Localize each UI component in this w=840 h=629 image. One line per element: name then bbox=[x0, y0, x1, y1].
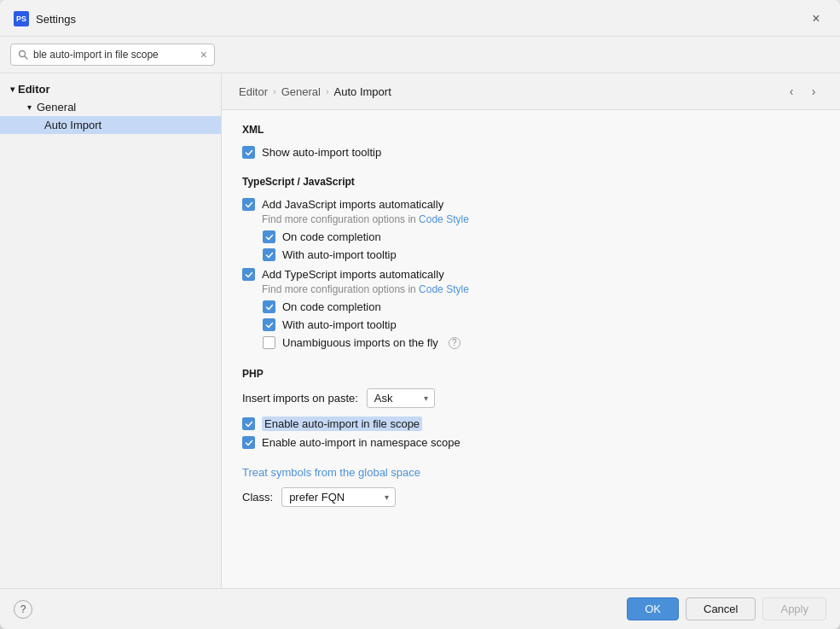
insert-imports-select-wrap: Ask Always Never ▾ bbox=[367, 388, 435, 408]
search-icon bbox=[18, 50, 28, 60]
enable-auto-import-namespace-checkbox[interactable] bbox=[242, 436, 255, 449]
footer-left: ? bbox=[14, 600, 32, 619]
checkmark-icon bbox=[245, 420, 253, 428]
add-ts-imports-label: Add TypeScript imports automatically bbox=[262, 268, 444, 281]
unambiguous-imports-row: Unambiguous imports on the fly ? bbox=[242, 335, 820, 351]
help-button[interactable]: ? bbox=[14, 600, 32, 619]
add-js-imports-label: Add JavaScript imports automatically bbox=[262, 198, 443, 211]
php-section-label: PHP bbox=[242, 368, 820, 380]
checkmark-icon bbox=[265, 303, 274, 312]
unambiguous-imports-checkbox[interactable] bbox=[263, 336, 275, 349]
with-auto-import-tooltip-ts-row: With auto-import tooltip bbox=[242, 317, 820, 333]
breadcrumb: Editor › General › Auto Import bbox=[239, 85, 391, 98]
nav-arrows: ‹ › bbox=[782, 82, 823, 101]
with-auto-import-tooltip-js-row: With auto-import tooltip bbox=[242, 247, 820, 263]
close-button[interactable]: × bbox=[806, 9, 826, 29]
checkmark-icon bbox=[265, 251, 274, 259]
with-auto-import-tooltip-ts-label: With auto-import tooltip bbox=[282, 318, 397, 331]
dialog-title: Settings bbox=[36, 13, 76, 26]
settings-dialog: PS Settings × × ▾ Editor ▾ General bbox=[0, 0, 840, 629]
js-code-style-link[interactable]: Code Style bbox=[419, 213, 469, 225]
xml-section-label: XML bbox=[242, 124, 820, 136]
class-row: Class: prefer FQN always use FQN never u… bbox=[242, 487, 820, 507]
sidebar-item-editor[interactable]: ▾ Editor bbox=[0, 80, 221, 98]
show-auto-import-tooltip-checkbox[interactable] bbox=[242, 146, 255, 159]
class-select[interactable]: prefer FQN always use FQN never use FQN bbox=[281, 487, 396, 507]
on-code-completion-js-row: On code completion bbox=[242, 229, 820, 245]
nav-back-button[interactable]: ‹ bbox=[782, 82, 801, 101]
with-auto-import-tooltip-js-checkbox[interactable] bbox=[263, 248, 275, 261]
show-auto-import-tooltip-label: Show auto-import tooltip bbox=[262, 146, 381, 159]
enable-auto-import-file-checkbox[interactable] bbox=[242, 417, 255, 430]
with-auto-import-tooltip-js-label: With auto-import tooltip bbox=[282, 248, 397, 261]
checkmark-icon bbox=[265, 321, 274, 329]
chevron-down-icon-general: ▾ bbox=[27, 102, 32, 112]
insert-imports-row: Insert imports on paste: Ask Always Neve… bbox=[242, 388, 820, 408]
enable-auto-import-namespace-row: Enable auto-import in namespace scope bbox=[242, 434, 820, 451]
sidebar-general-label: General bbox=[37, 101, 76, 114]
settings-scroll: XML Show auto-import tooltip TypeScript … bbox=[222, 110, 840, 534]
add-js-imports-row: Add JavaScript imports automatically bbox=[242, 196, 820, 213]
dialog-footer: ? OK Cancel Apply bbox=[0, 588, 840, 629]
checkmark-icon bbox=[245, 201, 253, 209]
main-content: Editor › General › Auto Import ‹ › XML bbox=[222, 73, 840, 588]
js-hint-text: Find more configuration options in Code … bbox=[242, 213, 820, 225]
on-code-completion-ts-checkbox[interactable] bbox=[263, 300, 275, 313]
breadcrumb-auto-import: Auto Import bbox=[334, 85, 391, 98]
class-select-wrap: prefer FQN always use FQN never use FQN … bbox=[281, 487, 396, 507]
enable-auto-import-file-row: Enable auto-import in file scope bbox=[242, 415, 820, 433]
search-bar: × bbox=[0, 37, 840, 73]
global-space-section: Treat symbols from the global space bbox=[242, 466, 820, 479]
svg-line-1 bbox=[25, 56, 27, 59]
on-code-completion-ts-label: On code completion bbox=[282, 300, 381, 313]
nav-forward-button[interactable]: › bbox=[804, 82, 823, 101]
search-input[interactable] bbox=[33, 49, 195, 61]
footer-right: OK Cancel Apply bbox=[627, 597, 826, 620]
class-label: Class: bbox=[242, 491, 273, 504]
breadcrumb-sep1: › bbox=[273, 86, 276, 96]
enable-auto-import-file-label: Enable auto-import in file scope bbox=[262, 416, 422, 431]
checkmark-icon bbox=[265, 233, 274, 242]
cancel-button[interactable]: Cancel bbox=[686, 597, 756, 620]
breadcrumb-bar: Editor › General › Auto Import ‹ › bbox=[222, 73, 840, 110]
apply-button[interactable]: Apply bbox=[762, 597, 826, 620]
sidebar: ▾ Editor ▾ General Auto Import bbox=[0, 73, 222, 588]
title-bar-left: PS Settings bbox=[14, 11, 76, 26]
ts-code-style-link[interactable]: Code Style bbox=[419, 283, 469, 295]
chevron-down-icon: ▾ bbox=[10, 84, 14, 94]
sidebar-editor-label: Editor bbox=[18, 83, 50, 96]
insert-imports-label: Insert imports on paste: bbox=[242, 392, 358, 405]
sidebar-item-auto-import[interactable]: Auto Import bbox=[0, 116, 221, 134]
on-code-completion-js-checkbox[interactable] bbox=[263, 230, 275, 243]
ts-js-section-label: TypeScript / JavaScript bbox=[242, 176, 820, 188]
ts-hint-text: Find more configuration options in Code … bbox=[242, 283, 820, 295]
checkmark-icon bbox=[245, 271, 253, 279]
on-code-completion-js-label: On code completion bbox=[282, 230, 381, 243]
settings-content: XML Show auto-import tooltip TypeScript … bbox=[222, 110, 840, 588]
sidebar-auto-import-label: Auto Import bbox=[44, 119, 101, 131]
add-js-imports-checkbox[interactable] bbox=[242, 198, 255, 211]
app-icon: PS bbox=[14, 11, 29, 26]
with-auto-import-tooltip-ts-checkbox[interactable] bbox=[263, 318, 275, 331]
on-code-completion-ts-row: On code completion bbox=[242, 299, 820, 315]
search-input-wrap: × bbox=[10, 44, 215, 66]
breadcrumb-editor: Editor bbox=[239, 85, 268, 98]
title-bar: PS Settings × bbox=[0, 0, 840, 37]
ok-button[interactable]: OK bbox=[627, 597, 679, 620]
insert-imports-select[interactable]: Ask Always Never bbox=[367, 388, 435, 408]
checkmark-icon bbox=[245, 439, 253, 447]
add-ts-imports-checkbox[interactable] bbox=[242, 268, 255, 281]
show-auto-import-tooltip-row: Show auto-import tooltip bbox=[242, 144, 820, 160]
sidebar-item-general[interactable]: ▾ General bbox=[0, 98, 221, 116]
search-clear-button[interactable]: × bbox=[200, 48, 207, 61]
help-icon[interactable]: ? bbox=[449, 337, 461, 349]
breadcrumb-sep2: › bbox=[326, 86, 329, 96]
unambiguous-imports-label: Unambiguous imports on the fly bbox=[282, 336, 438, 349]
dialog-body: ▾ Editor ▾ General Auto Import Editor › … bbox=[0, 73, 840, 588]
add-ts-imports-row: Add TypeScript imports automatically bbox=[242, 266, 820, 282]
breadcrumb-general: General bbox=[281, 85, 321, 98]
global-space-link[interactable]: Treat symbols from the global space bbox=[242, 466, 420, 479]
checkmark-icon bbox=[245, 149, 253, 157]
enable-auto-import-namespace-label: Enable auto-import in namespace scope bbox=[262, 436, 461, 449]
